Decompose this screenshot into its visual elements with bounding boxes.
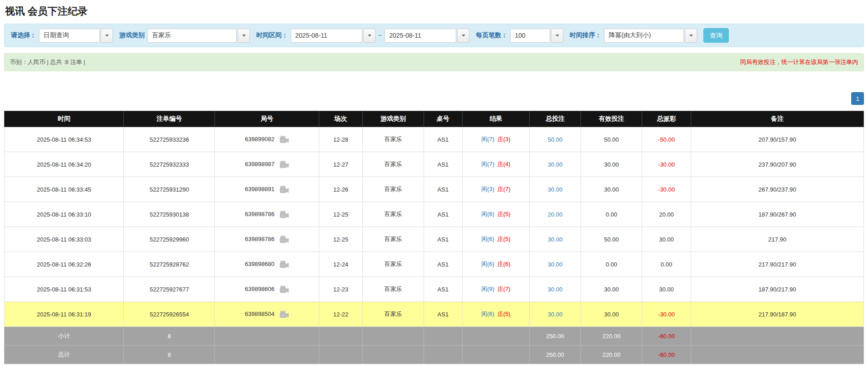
date-to-input[interactable] <box>385 29 456 43</box>
subtotal-label: 小计 <box>5 327 124 345</box>
cell-round-id: 639898786 <box>215 202 319 227</box>
cell-payout: -30.00 <box>642 152 691 177</box>
cell-session: 12-25 <box>319 227 363 252</box>
cell-time: 2025-08-11 06:33:45 <box>5 177 124 202</box>
result-banker: 庄(4) <box>497 161 511 168</box>
cell-total-bet[interactable]: 50.00 <box>529 127 581 152</box>
result-banker: 庄(7) <box>497 286 511 292</box>
column-header-total-bet: 总投注 <box>529 111 581 127</box>
column-header-time: 时间 <box>5 111 124 127</box>
result-banker: 庄(5) <box>497 311 511 317</box>
cell-bet-id: 522725930138 <box>124 202 215 227</box>
time-sort-dropdown-button[interactable] <box>685 29 697 43</box>
game-type-label: 游戏类别 <box>119 31 145 39</box>
cell-time: 2025-08-11 06:34:53 <box>5 127 124 152</box>
subtotal-payout: -60.00 <box>642 327 691 345</box>
search-button[interactable]: 查询 <box>703 28 729 43</box>
cell-session: 12-24 <box>319 252 363 277</box>
cell-game-type: 百家乐 <box>363 127 424 152</box>
page-size-dropdown-button[interactable] <box>551 29 563 43</box>
video-replay-icon[interactable] <box>279 311 289 318</box>
page-content: 视讯 会员下注纪录 请选择： 游戏类别 时间区间： ~ 每页笔数： 时间排序： <box>0 5 868 364</box>
cell-valid-bet: 0.00 <box>581 252 642 277</box>
cell-total-bet[interactable]: 30.00 <box>529 302 581 327</box>
column-header-session: 场次 <box>319 111 363 127</box>
filter-bar: 请选择： 游戏类别 时间区间： ~ 每页笔数： 时间排序： <box>4 24 864 47</box>
table-body: 2025-08-11 06:34:53 522725933236 6398990… <box>5 127 864 327</box>
time-sort-input[interactable] <box>604 29 684 43</box>
pagination-page-1-button[interactable]: 1 <box>851 92 864 105</box>
cell-game-type: 百家乐 <box>363 152 424 177</box>
video-replay-icon[interactable] <box>279 186 289 193</box>
column-header-valid-bet: 有效投注 <box>581 111 642 127</box>
result-banker: 庄(7) <box>497 186 511 192</box>
video-replay-icon[interactable] <box>279 136 289 143</box>
cell-payout: -30.00 <box>642 177 691 202</box>
chevron-down-icon <box>105 35 109 37</box>
date-to-dropdown-button[interactable] <box>457 29 469 43</box>
cell-total-bet[interactable]: 30.00 <box>529 152 581 177</box>
query-type-dropdown-button[interactable] <box>101 29 113 43</box>
cell-round-id: 639898504 <box>215 302 319 327</box>
cell-valid-bet: 50.00 <box>581 227 642 252</box>
cell-table-no: AS1 <box>424 152 462 177</box>
cell-total-bet[interactable]: 30.00 <box>529 277 581 302</box>
game-type-dropdown-button[interactable] <box>238 29 250 43</box>
bet-records-table: 时间 注单编号 局号 场次 游戏类别 桌号 结果 总投注 有效投注 总派彩 备注… <box>4 111 864 364</box>
cell-note: 187.90/217.90 <box>691 277 864 302</box>
round-id-text: 639898987 <box>245 161 274 168</box>
table-footer: 小计 8 250.00 220.00 -60.00 总计 8 <box>5 327 864 364</box>
subtotal-count: 8 <box>124 327 215 345</box>
cell-round-id: 639898606 <box>215 277 319 302</box>
cell-payout: 20.00 <box>642 202 691 227</box>
video-replay-icon[interactable] <box>279 261 289 268</box>
column-header-bet-id: 注单编号 <box>124 111 215 127</box>
cell-note: 217.90/187.90 <box>691 302 864 327</box>
column-header-result: 结果 <box>462 111 529 127</box>
cell-session: 12-27 <box>319 152 363 177</box>
cell-total-bet[interactable]: 30.00 <box>529 177 581 202</box>
video-replay-icon[interactable] <box>279 286 289 293</box>
column-header-payout: 总派彩 <box>642 111 691 127</box>
video-replay-icon[interactable] <box>279 161 289 168</box>
cell-note: 217.90 <box>691 227 864 252</box>
query-type-input[interactable] <box>39 29 100 43</box>
subtotal-total-bet: 250.00 <box>529 327 581 345</box>
result-player: 闲(7) <box>481 161 494 168</box>
cell-total-bet[interactable]: 30.00 <box>529 227 581 252</box>
cell-round-id: 639899082 <box>215 127 319 152</box>
result-player: 闲(3) <box>481 186 494 192</box>
cell-session: 12-28 <box>319 127 363 152</box>
page-size-input[interactable] <box>510 29 550 43</box>
chevron-down-icon <box>368 35 371 37</box>
chevron-down-icon <box>462 35 465 37</box>
cell-note: 187.90/267.90 <box>691 202 864 227</box>
cell-game-type: 百家乐 <box>363 302 424 327</box>
cell-total-bet[interactable]: 30.00 <box>529 252 581 277</box>
query-type-label: 请选择： <box>11 31 36 39</box>
table-row: 2025-08-11 06:31:19 522725926554 6398985… <box>5 302 864 327</box>
cell-table-no: AS1 <box>424 202 462 227</box>
cell-table-no: AS1 <box>424 302 462 327</box>
cell-round-id: 639898786 <box>215 227 319 252</box>
chevron-down-icon <box>556 35 559 37</box>
page-size-label: 每页笔数： <box>476 31 507 39</box>
cell-result: 闲(6) 庄(6) <box>462 252 529 277</box>
column-header-game-type: 游戏类别 <box>363 111 424 127</box>
cell-bet-id: 522725933236 <box>124 127 215 152</box>
cell-time: 2025-08-11 06:34:20 <box>5 152 124 177</box>
cell-payout: -50.00 <box>642 127 691 152</box>
cell-valid-bet: 30.00 <box>581 152 642 177</box>
game-type-input[interactable] <box>147 29 237 43</box>
video-replay-icon[interactable] <box>279 211 289 218</box>
total-total-bet: 250.00 <box>529 345 581 364</box>
cell-result: 闲(7) 庄(3) <box>462 127 529 152</box>
video-replay-icon[interactable] <box>279 236 289 243</box>
cell-table-no: AS1 <box>424 252 462 277</box>
date-from-input[interactable] <box>291 29 362 43</box>
cell-result: 闲(9) 庄(7) <box>462 277 529 302</box>
date-from-dropdown-button[interactable] <box>363 29 375 43</box>
cell-game-type: 百家乐 <box>363 202 424 227</box>
result-banker: 庄(3) <box>497 136 511 143</box>
cell-total-bet[interactable]: 20.00 <box>529 202 581 227</box>
